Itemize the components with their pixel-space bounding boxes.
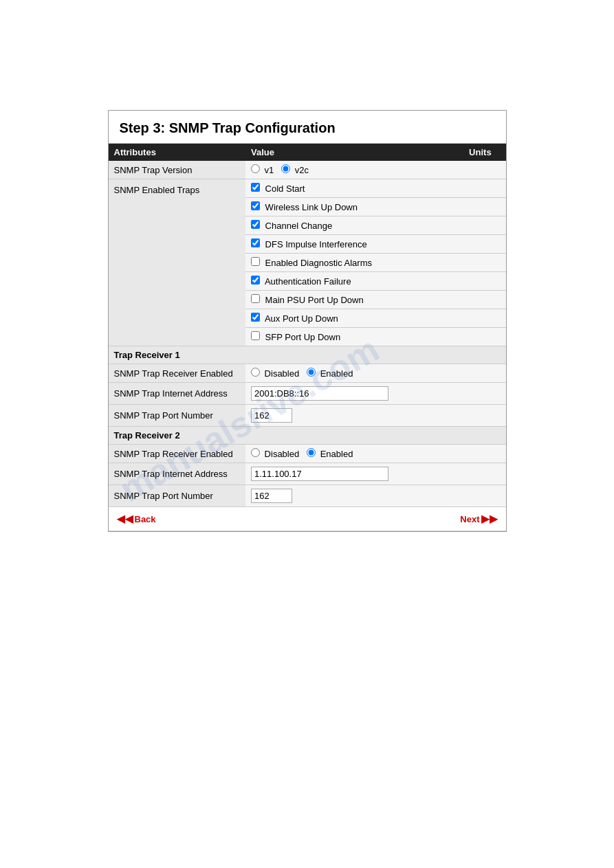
trap-receiver-1-header: Trap Receiver 1: [109, 346, 506, 364]
next-label: Next: [460, 514, 479, 524]
trap-receiver-2-port-label: SNMP Trap Port Number: [109, 485, 245, 507]
v1-label[interactable]: v1: [251, 165, 276, 175]
snmp-enabled-traps-label: SNMP Enabled Traps: [109, 179, 245, 346]
snmp-enabled-traps-row: SNMP Enabled Traps Cold Start: [109, 179, 506, 198]
trap-receiver-2-enabled-value: Disabled Enabled: [245, 445, 463, 463]
trap-receiver-1-enabled-row: SNMP Trap Receiver Enabled Disabled Enab…: [109, 364, 506, 383]
trap-receiver-2-header-row: Trap Receiver 2: [109, 427, 506, 445]
footer-cell: ◀◀ Back Next ▶▶: [109, 507, 506, 531]
trap-aux-label[interactable]: Aux Port Up Down: [251, 313, 338, 324]
trap-diagnostic-checkbox[interactable]: [251, 257, 260, 266]
tr1-enabled-label[interactable]: Enabled: [307, 368, 353, 379]
snmp-trap-version-row: SNMP Trap Version v1 v2c: [109, 161, 506, 179]
trap-main-psu-label[interactable]: Main PSU Port Up Down: [251, 295, 364, 305]
back-label: Back: [135, 514, 156, 524]
trap-receiver-1-enabled-label: SNMP Trap Receiver Enabled: [109, 364, 245, 383]
next-arrow-icon: ▶▶: [481, 513, 498, 525]
trap-receiver-2-address-cell: [245, 463, 463, 485]
snmp-trap-version-label: SNMP Trap Version: [109, 161, 245, 179]
trap-receiver-1-port-row: SNMP Trap Port Number: [109, 405, 506, 427]
snmp-trap-version-value: v1 v2c: [245, 161, 463, 179]
trap-receiver-2-enabled-row: SNMP Trap Receiver Enabled Disabled Enab…: [109, 445, 506, 463]
trap-wireless-label[interactable]: Wireless Link Up Down: [251, 202, 358, 212]
trap-aux-checkbox[interactable]: [251, 313, 260, 322]
trap-auth-checkbox[interactable]: [251, 276, 260, 285]
trap-receiver-2-address-input[interactable]: [251, 467, 388, 481]
trap-receiver-2-header: Trap Receiver 2: [109, 427, 506, 445]
col-header-attributes: Attributes: [109, 144, 245, 161]
tr2-disabled-label[interactable]: Disabled: [251, 449, 302, 459]
tr1-disabled-label[interactable]: Disabled: [251, 368, 302, 379]
tr2-disabled-radio[interactable]: [251, 448, 260, 457]
trap-channel-label[interactable]: Channel Change: [251, 221, 332, 231]
tr2-enabled-label[interactable]: Enabled: [307, 449, 353, 459]
tr1-disabled-text: Disabled: [265, 368, 300, 379]
trap-auth-label[interactable]: Authentication Failure: [251, 276, 351, 287]
tr2-disabled-text: Disabled: [265, 449, 300, 459]
trap-cold-start-checkbox[interactable]: [251, 183, 260, 192]
trap-receiver-2-port-row: SNMP Trap Port Number: [109, 485, 506, 507]
trap-receiver-1-port-cell: [245, 405, 463, 427]
back-button[interactable]: ◀◀ Back: [117, 513, 156, 525]
tr1-enabled-text: Enabled: [320, 368, 353, 379]
trap-receiver-2-enabled-label: SNMP Trap Receiver Enabled: [109, 445, 245, 463]
trap-cold-start: Cold Start: [245, 179, 463, 198]
trap-diagnostic-label[interactable]: Enabled Diagnostic Alarms: [251, 258, 372, 268]
trap-receiver-1-address-cell: [245, 383, 463, 405]
next-button[interactable]: Next ▶▶: [460, 513, 497, 525]
tr2-enabled-text: Enabled: [320, 449, 353, 459]
trap-receiver-1-port-label: SNMP Trap Port Number: [109, 405, 245, 427]
trap-receiver-1-address-row: SNMP Trap Internet Address: [109, 383, 506, 405]
trap-receiver-2-address-row: SNMP Trap Internet Address: [109, 463, 506, 485]
v2c-radio[interactable]: [281, 164, 290, 173]
col-header-units: Units: [463, 144, 505, 161]
v2c-label[interactable]: v2c: [281, 165, 309, 175]
trap-receiver-2-address-label: SNMP Trap Internet Address: [109, 463, 245, 485]
snmp-trap-version-units: [463, 161, 505, 179]
trap-main-psu-checkbox[interactable]: [251, 294, 260, 303]
trap-receiver-1-address-label: SNMP Trap Internet Address: [109, 383, 245, 405]
trap-receiver-1-header-row: Trap Receiver 1: [109, 346, 506, 364]
trap-sfp-checkbox[interactable]: [251, 331, 260, 340]
trap-receiver-1-port-input[interactable]: [251, 408, 292, 423]
page-wrapper: manualsrive.com Step 3: SNMP Trap Config…: [0, 110, 614, 868]
tr1-enabled-radio[interactable]: [307, 368, 316, 377]
col-header-value: Value: [245, 144, 463, 161]
trap-receiver-1-address-input[interactable]: [251, 386, 388, 401]
v2c-text: v2c: [295, 165, 309, 175]
trap-receiver-1-enabled-value: Disabled Enabled: [245, 364, 463, 383]
trap-sfp-label[interactable]: SFP Port Up Down: [251, 332, 340, 342]
page-title: Step 3: SNMP Trap Configuration: [109, 111, 506, 144]
config-table: Attributes Value Units SNMP Trap Version…: [109, 144, 506, 531]
trap-receiver-2-port-cell: [245, 485, 463, 507]
trap-channel-checkbox[interactable]: [251, 220, 260, 229]
back-arrow-icon: ◀◀: [117, 513, 133, 525]
tr1-disabled-radio[interactable]: [251, 368, 260, 377]
trap-dfs-checkbox[interactable]: [251, 238, 260, 247]
trap-wireless-checkbox[interactable]: [251, 201, 260, 210]
trap-receiver-2-port-input[interactable]: [251, 489, 292, 503]
trap-cold-start-label[interactable]: Cold Start: [251, 183, 305, 194]
trap-dfs-label[interactable]: DFS Impulse Interference: [251, 239, 367, 249]
config-card: Step 3: SNMP Trap Configuration Attribut…: [108, 110, 507, 532]
footer-row: ◀◀ Back Next ▶▶: [109, 507, 506, 531]
footer-nav: ◀◀ Back Next ▶▶: [117, 513, 498, 525]
tr2-enabled-radio[interactable]: [307, 448, 316, 457]
v1-text: v1: [265, 165, 274, 175]
v1-radio[interactable]: [251, 164, 260, 173]
